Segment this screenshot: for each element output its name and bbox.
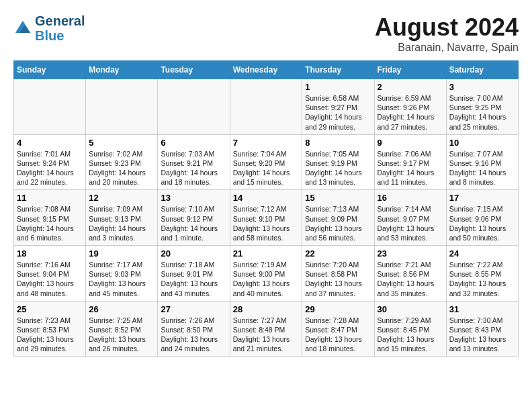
calendar-cell: 14Sunrise: 7:12 AM Sunset: 9:10 PM Dayli… (230, 190, 302, 246)
day-number: 11 (17, 193, 83, 203)
calendar-cell: 25Sunrise: 7:23 AM Sunset: 8:53 PM Dayli… (14, 301, 86, 357)
calendar-cell: 20Sunrise: 7:18 AM Sunset: 9:01 PM Dayli… (158, 246, 230, 302)
day-number: 3 (449, 82, 515, 92)
calendar-cell (86, 79, 158, 135)
page-header: General Blue August 2024 Baranain, Navar… (13, 13, 519, 54)
day-number: 8 (305, 138, 371, 148)
day-number: 6 (161, 138, 226, 148)
day-content: Sunrise: 7:12 AM Sunset: 9:10 PM Dayligh… (233, 204, 300, 242)
day-content: Sunrise: 7:23 AM Sunset: 8:53 PM Dayligh… (17, 316, 83, 354)
calendar-cell: 30Sunrise: 7:29 AM Sunset: 8:45 PM Dayli… (374, 301, 446, 357)
calendar-cell: 1Sunrise: 6:58 AM Sunset: 9:27 PM Daylig… (302, 79, 374, 135)
day-number: 15 (305, 193, 371, 203)
day-content: Sunrise: 7:15 AM Sunset: 9:06 PM Dayligh… (449, 204, 515, 242)
calendar-cell: 31Sunrise: 7:30 AM Sunset: 8:43 PM Dayli… (446, 301, 518, 357)
calendar-cell: 15Sunrise: 7:13 AM Sunset: 9:09 PM Dayli… (302, 190, 374, 246)
day-number: 7 (233, 138, 300, 148)
calendar-week-2: 4Sunrise: 7:01 AM Sunset: 9:24 PM Daylig… (14, 134, 519, 190)
day-number: 26 (89, 304, 154, 314)
calendar-cell: 12Sunrise: 7:09 AM Sunset: 9:13 PM Dayli… (86, 190, 158, 246)
calendar-cell: 23Sunrise: 7:21 AM Sunset: 8:56 PM Dayli… (374, 246, 446, 302)
day-content: Sunrise: 7:20 AM Sunset: 8:58 PM Dayligh… (305, 260, 371, 298)
weekday-header-sunday: Sunday (14, 61, 86, 79)
weekday-header-wednesday: Wednesday (230, 61, 302, 79)
calendar-cell: 29Sunrise: 7:28 AM Sunset: 8:47 PM Dayli… (302, 301, 374, 357)
day-number: 4 (17, 138, 83, 148)
title-block: August 2024 Baranain, Navarre, Spain (375, 13, 519, 54)
day-content: Sunrise: 6:59 AM Sunset: 9:26 PM Dayligh… (378, 93, 443, 132)
day-number: 30 (378, 304, 443, 314)
day-content: Sunrise: 7:07 AM Sunset: 9:16 PM Dayligh… (449, 149, 515, 187)
day-number: 16 (378, 193, 443, 203)
calendar-cell: 2Sunrise: 6:59 AM Sunset: 9:26 PM Daylig… (374, 79, 446, 135)
calendar-cell: 16Sunrise: 7:14 AM Sunset: 9:07 PM Dayli… (374, 190, 446, 246)
logo: General Blue (13, 13, 85, 43)
day-number: 5 (89, 138, 154, 148)
day-content: Sunrise: 6:58 AM Sunset: 9:27 PM Dayligh… (305, 93, 371, 132)
day-content: Sunrise: 7:27 AM Sunset: 8:48 PM Dayligh… (233, 316, 300, 354)
day-content: Sunrise: 7:30 AM Sunset: 8:43 PM Dayligh… (449, 316, 515, 354)
day-content: Sunrise: 7:04 AM Sunset: 9:20 PM Dayligh… (233, 149, 300, 187)
location-subtitle: Baranain, Navarre, Spain (375, 42, 519, 54)
day-number: 20 (161, 248, 226, 259)
month-title: August 2024 (375, 13, 519, 42)
day-number: 21 (233, 248, 300, 259)
day-content: Sunrise: 7:03 AM Sunset: 9:21 PM Dayligh… (161, 149, 226, 187)
day-content: Sunrise: 7:26 AM Sunset: 8:50 PM Dayligh… (161, 316, 226, 354)
day-number: 2 (378, 82, 443, 92)
day-number: 29 (305, 304, 371, 314)
day-content: Sunrise: 7:25 AM Sunset: 8:52 PM Dayligh… (89, 316, 154, 354)
calendar-cell: 9Sunrise: 7:06 AM Sunset: 9:17 PM Daylig… (374, 134, 446, 190)
calendar-week-1: 1Sunrise: 6:58 AM Sunset: 9:27 PM Daylig… (14, 79, 519, 135)
logo-text-line1: General (35, 13, 85, 28)
day-content: Sunrise: 7:13 AM Sunset: 9:09 PM Dayligh… (305, 204, 371, 242)
weekday-header-saturday: Saturday (446, 61, 518, 79)
day-number: 1 (305, 82, 371, 92)
day-content: Sunrise: 7:17 AM Sunset: 9:03 PM Dayligh… (89, 260, 154, 298)
day-content: Sunrise: 7:02 AM Sunset: 9:23 PM Dayligh… (89, 149, 154, 187)
day-content: Sunrise: 7:00 AM Sunset: 9:25 PM Dayligh… (449, 93, 515, 132)
weekday-header-thursday: Thursday (302, 61, 374, 79)
calendar-cell: 19Sunrise: 7:17 AM Sunset: 9:03 PM Dayli… (86, 246, 158, 302)
day-number: 14 (233, 193, 300, 203)
day-number: 23 (378, 248, 443, 259)
calendar-cell: 13Sunrise: 7:10 AM Sunset: 9:12 PM Dayli… (158, 190, 230, 246)
calendar-cell (230, 79, 302, 135)
logo-icon (13, 19, 32, 38)
calendar-cell: 24Sunrise: 7:22 AM Sunset: 8:55 PM Dayli… (446, 246, 518, 302)
weekday-header-row: SundayMondayTuesdayWednesdayThursdayFrid… (14, 61, 519, 79)
day-content: Sunrise: 7:21 AM Sunset: 8:56 PM Dayligh… (378, 260, 443, 298)
calendar-week-5: 25Sunrise: 7:23 AM Sunset: 8:53 PM Dayli… (14, 301, 519, 357)
calendar-cell: 3Sunrise: 7:00 AM Sunset: 9:25 PM Daylig… (446, 79, 518, 135)
calendar-cell (14, 79, 86, 135)
calendar-cell: 22Sunrise: 7:20 AM Sunset: 8:58 PM Dayli… (302, 246, 374, 302)
day-content: Sunrise: 7:19 AM Sunset: 9:00 PM Dayligh… (233, 260, 300, 298)
calendar-cell: 7Sunrise: 7:04 AM Sunset: 9:20 PM Daylig… (230, 134, 302, 190)
calendar-cell: 5Sunrise: 7:02 AM Sunset: 9:23 PM Daylig… (86, 134, 158, 190)
calendar-cell: 8Sunrise: 7:05 AM Sunset: 9:19 PM Daylig… (302, 134, 374, 190)
day-content: Sunrise: 7:10 AM Sunset: 9:12 PM Dayligh… (161, 204, 226, 242)
day-content: Sunrise: 7:28 AM Sunset: 8:47 PM Dayligh… (305, 316, 371, 354)
day-number: 19 (89, 248, 154, 259)
weekday-header-monday: Monday (86, 61, 158, 79)
day-content: Sunrise: 7:16 AM Sunset: 9:04 PM Dayligh… (17, 260, 83, 298)
calendar-week-4: 18Sunrise: 7:16 AM Sunset: 9:04 PM Dayli… (14, 246, 519, 302)
day-number: 24 (449, 248, 515, 259)
logo-text-line2: Blue (35, 28, 85, 43)
calendar-cell: 11Sunrise: 7:08 AM Sunset: 9:15 PM Dayli… (14, 190, 86, 246)
calendar-cell: 4Sunrise: 7:01 AM Sunset: 9:24 PM Daylig… (14, 134, 86, 190)
day-number: 10 (449, 138, 515, 148)
day-number: 9 (378, 138, 443, 148)
weekday-header-tuesday: Tuesday (158, 61, 230, 79)
calendar-table: SundayMondayTuesdayWednesdayThursdayFrid… (13, 60, 519, 357)
calendar-cell: 6Sunrise: 7:03 AM Sunset: 9:21 PM Daylig… (158, 134, 230, 190)
calendar-cell: 26Sunrise: 7:25 AM Sunset: 8:52 PM Dayli… (86, 301, 158, 357)
day-content: Sunrise: 7:22 AM Sunset: 8:55 PM Dayligh… (449, 260, 515, 298)
day-content: Sunrise: 7:18 AM Sunset: 9:01 PM Dayligh… (161, 260, 226, 298)
calendar-cell (158, 79, 230, 135)
day-number: 25 (17, 304, 83, 314)
day-number: 13 (161, 193, 226, 203)
calendar-cell: 21Sunrise: 7:19 AM Sunset: 9:00 PM Dayli… (230, 246, 302, 302)
calendar-cell: 28Sunrise: 7:27 AM Sunset: 8:48 PM Dayli… (230, 301, 302, 357)
day-number: 17 (449, 193, 515, 203)
